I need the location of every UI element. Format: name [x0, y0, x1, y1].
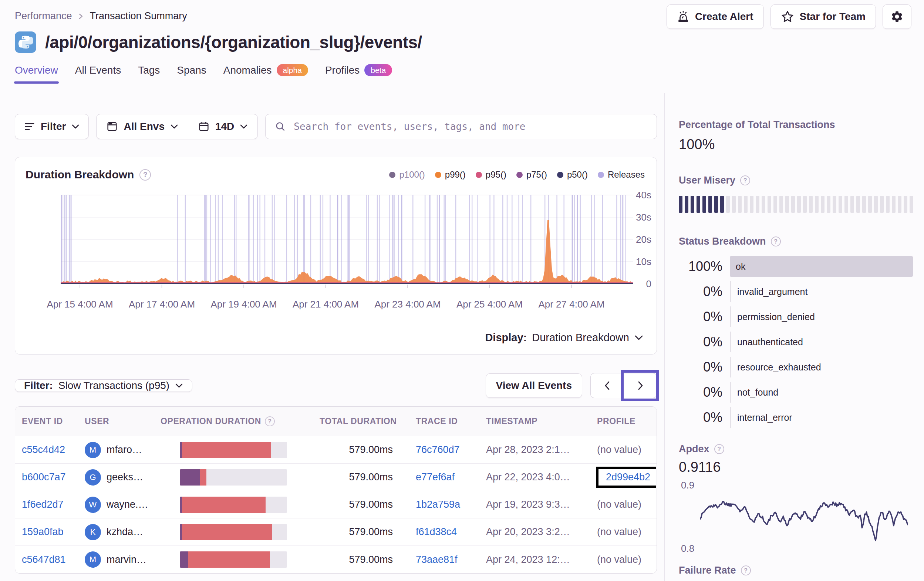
legend-item-p95[interactable]: p95(): [476, 169, 507, 180]
help-icon[interactable]: ?: [265, 416, 275, 426]
pagination: [590, 373, 657, 398]
tab-all-events[interactable]: All Events: [75, 65, 121, 84]
column-header-trace-id[interactable]: TRACE ID: [409, 416, 479, 426]
misery-tick: [909, 196, 913, 213]
status-label: not_found: [737, 387, 778, 398]
op-segment-http: [182, 524, 272, 540]
next-page-button[interactable]: [624, 373, 657, 398]
timestamp-cell: Apr 19, 2023 9:3…: [479, 499, 590, 510]
misery-tick: [774, 196, 777, 213]
legend-label: p99(): [445, 169, 466, 180]
y-tick-label: 20s: [636, 234, 652, 245]
chevron-down-icon: [71, 124, 79, 129]
status-zero-bar: permission_denied: [730, 306, 913, 327]
transaction-filter-dropdown[interactable]: Filter: Slow Transactions (p95): [15, 379, 192, 392]
legend-item-p100[interactable]: p100(): [389, 169, 425, 180]
create-alert-button[interactable]: Create Alert: [667, 5, 764, 29]
total-duration-cell: 579.00ms: [313, 499, 409, 510]
apdex-sparkline: 0.9 0.8: [679, 479, 913, 556]
trace-id-link[interactable]: f61d38c4: [416, 526, 457, 537]
star-for-team-button[interactable]: Star for Team: [771, 5, 876, 29]
misery-tick: [708, 196, 712, 213]
column-header-event-id[interactable]: EVENT ID: [15, 416, 78, 426]
help-icon[interactable]: ?: [741, 566, 751, 576]
tab-spans[interactable]: Spans: [177, 65, 206, 84]
legend-item-p50[interactable]: p50(): [557, 169, 588, 180]
filter-dropdown[interactable]: Filter: [15, 114, 89, 139]
trace-id-cell: f61d38c4: [409, 526, 479, 538]
badge-beta: beta: [365, 64, 392, 76]
display-label: Display:: [485, 331, 527, 344]
misery-tick: [809, 196, 813, 213]
misery-tick: [791, 196, 795, 213]
legend-item-p99[interactable]: p99(): [435, 169, 466, 180]
legend-dot: [598, 172, 604, 178]
x-tick-label: Apr 21 4:00 AM: [293, 299, 359, 310]
previous-page-button[interactable]: [590, 373, 624, 398]
misery-tick: [685, 196, 688, 213]
operation-duration-cell: [154, 524, 313, 540]
legend-item-p75[interactable]: p75(): [516, 169, 547, 180]
event-id-link[interactable]: b600c7a7: [22, 472, 66, 483]
operation-duration-cell: [154, 442, 313, 458]
profile-cell: (no value): [590, 526, 656, 538]
avatar: M: [85, 551, 101, 568]
top-bar: Performance Transaction Summary Create A…: [0, 0, 924, 22]
timestamp-cell: Apr 22, 2023 4:0…: [479, 472, 590, 483]
status-zero-bar: internal_error: [730, 407, 913, 428]
user-misery-heading: User Misery ?: [679, 175, 913, 186]
duration-chart-plot[interactable]: [61, 193, 633, 290]
x-tick-label: Apr 15 4:00 AM: [46, 299, 113, 310]
trace-id-link[interactable]: 1b2a759a: [416, 499, 460, 510]
avatar: M: [85, 442, 101, 458]
misery-tick: [821, 196, 825, 213]
profile-cell: (no value): [590, 499, 656, 510]
column-header-user[interactable]: USER: [78, 416, 154, 426]
operation-duration-bar: [180, 524, 287, 540]
event-id-link[interactable]: c5647d81: [22, 554, 66, 565]
calendar-icon: [198, 121, 210, 132]
breadcrumb-performance[interactable]: Performance: [15, 10, 72, 22]
column-header-label: EVENT ID: [22, 416, 63, 426]
tab-profiles[interactable]: Profilesbeta: [325, 64, 392, 84]
help-icon[interactable]: ?: [740, 175, 750, 185]
total-duration-cell: 579.00ms: [313, 444, 409, 455]
trace-id-link[interactable]: 76c760d7: [416, 444, 460, 455]
date-range-dropdown[interactable]: 14D: [188, 114, 257, 139]
column-header-total-duration[interactable]: TOTAL DURATION: [313, 416, 409, 426]
column-header-operation-duration[interactable]: OPERATION DURATION?: [154, 416, 313, 426]
transaction-filter-value: Slow Transactions (p95): [58, 380, 169, 392]
event-id-link[interactable]: c55c4d42: [22, 444, 65, 455]
column-header-timestamp[interactable]: TIMESTAMP: [479, 416, 590, 426]
tab-tags[interactable]: Tags: [138, 65, 160, 84]
misery-tick: [850, 196, 854, 213]
profile-link[interactable]: 2d99e4b2: [606, 472, 650, 483]
operation-duration-cell: [154, 497, 313, 513]
timestamp-cell: Apr 24, 2023 12:…: [479, 554, 590, 566]
misery-tick: [762, 196, 765, 213]
legend-dot: [516, 172, 523, 178]
event-id-link[interactable]: 1f6ed2d7: [22, 499, 64, 510]
column-header-profile[interactable]: PROFILE: [590, 416, 656, 426]
event-id-link[interactable]: 159a0fab: [22, 526, 64, 537]
view-all-events-button[interactable]: View All Events: [486, 373, 582, 398]
trace-id-link[interactable]: 73aae81f: [416, 554, 457, 565]
table-row: b600c7a7Ggeeks…579.00mse77ef6afApr 22, 2…: [15, 464, 657, 491]
tab-overview[interactable]: Overview: [15, 65, 58, 84]
misery-tick: [803, 196, 807, 213]
trace-id-link[interactable]: e77ef6af: [416, 472, 455, 483]
event-id-cell: b600c7a7: [15, 472, 78, 483]
status-row-unauthenticated: 0%unauthenticated: [679, 329, 913, 354]
search-input[interactable]: [293, 121, 648, 132]
legend-item-Releases[interactable]: Releases: [598, 169, 645, 180]
tab-anomalies[interactable]: Anomaliesalpha: [223, 64, 308, 84]
display-dropdown[interactable]: Display: Duration Breakdown: [15, 321, 657, 354]
help-icon[interactable]: ?: [771, 237, 781, 247]
help-icon[interactable]: ?: [139, 169, 151, 180]
environment-dropdown[interactable]: All Envs: [97, 114, 188, 139]
settings-button[interactable]: [883, 5, 911, 29]
x-axis: Apr 15 4:00 AMApr 17 4:00 AMApr 19 4:00 …: [61, 296, 657, 313]
help-icon[interactable]: ?: [714, 444, 724, 454]
op-segment-db: [180, 551, 188, 568]
sidebar: Percentage of Total Transactions 100% Us…: [664, 93, 924, 581]
